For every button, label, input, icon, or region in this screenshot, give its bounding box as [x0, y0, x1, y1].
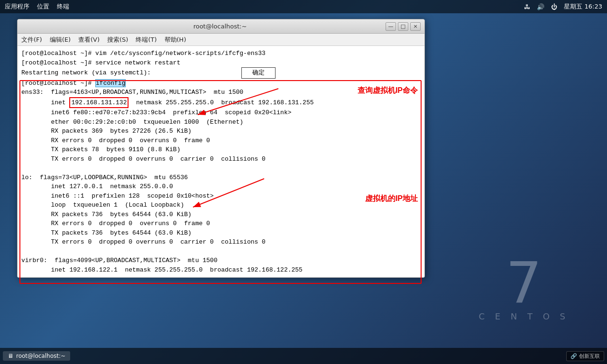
ifconfig-highlight: ifconfig [95, 79, 126, 87]
line-22 [21, 247, 421, 256]
line-13 [21, 164, 421, 173]
network-icon: 🖧 [524, 3, 530, 10]
terminal-titlebar: root@localhost:~ — □ × [18, 19, 424, 34]
line-20: TX packets 736 bytes 64544 (63.0 KiB) [21, 228, 421, 238]
centos-name: C E N T O S [478, 311, 569, 321]
terminal-menubar: 文件(F) 编辑(E) 查看(V) 搜索(S) 终端(T) 帮助(H) [18, 34, 424, 46]
line-17: loop txqueuelen 1 (Local Loopback) [21, 200, 421, 210]
taskbar-position-menu[interactable]: 位置 [37, 2, 49, 11]
taskbar-bottom: 🖥 root@localhost:~ 🔗 创新互联 [0, 348, 607, 364]
line-21: TX errors 0 dropped 0 overruns 0 carrier… [21, 237, 421, 247]
volume-icon: 🔊 [537, 3, 544, 10]
taskbar-terminal-label: root@localhost:~ [16, 353, 65, 359]
line-14: lo: flags=73<UP,LOOPBACK,RUNNING> mtu 65… [21, 173, 421, 182]
menu-help[interactable]: 帮助(H) [165, 36, 186, 44]
line-19: RX errors 0 dropped 0 overruns 0 frame 0 [21, 219, 421, 228]
line-2: [root@localhost ~]# service network rest… [21, 58, 421, 68]
minimize-button[interactable]: — [386, 22, 396, 31]
line-16: inet6 ::1 prefixlen 128 scopeid 0x10<hos… [21, 191, 421, 201]
close-button[interactable]: × [410, 22, 421, 31]
line-4: [root@localhost ~]# ifconfig [21, 79, 421, 88]
line-7: inet6 fe80::ed70:e7c7:b233:9cb4 prefixle… [21, 108, 421, 118]
line-15: inet 127.0.0.1 netmask 255.0.0.0 [21, 182, 421, 191]
terminal-body[interactable]: [root@localhost ~]# vim /etc/sysconfig/n… [18, 46, 424, 277]
taskbar-terminal-item[interactable]: 🖥 root@localhost:~ [3, 351, 70, 361]
power-icon: ⏻ [551, 3, 557, 10]
brand-icon: 🔗 [570, 353, 577, 359]
taskbar-bottom-right: 🔗 创新互联 [566, 351, 604, 361]
terminal-controls: — □ × [386, 22, 421, 31]
maximize-button[interactable]: □ [398, 22, 408, 31]
menu-search[interactable]: 搜索(S) [107, 36, 128, 44]
terminal-window: root@localhost:~ — □ × 文件(F) 编辑(E) 查看(V)… [17, 19, 425, 278]
line-23: virbr0: flags=4099<UP,BROADCAST,MULTICAS… [21, 256, 421, 265]
ip-highlight: 192.168.131.132 [69, 97, 129, 109]
line-12: TX errors 0 dropped 0 overruns 0 carrier… [21, 155, 421, 164]
centos-number: 7 [478, 255, 569, 311]
line-9: RX packets 369 bytes 27226 (26.5 KiB) [21, 127, 421, 136]
taskbar-app-menu[interactable]: 应用程序 [5, 2, 29, 11]
menu-terminal[interactable]: 终端(T) [136, 36, 156, 44]
line-1: [root@localhost ~]# vim /etc/sysconfig/n… [21, 49, 421, 58]
brand-label: 创新互联 [579, 353, 600, 360]
clock: 星期五 16:23 [564, 2, 602, 11]
line-18: RX packets 736 bytes 64544 (63.0 KiB) [21, 210, 421, 219]
taskbar-right-area: 🖧 🔊 ⏻ 星期五 16:23 [524, 2, 602, 11]
line-24: inet 192.168.122.1 netmask 255.255.255.0… [21, 265, 421, 275]
taskbar-top: 应用程序 位置 终端 🖧 🔊 ⏻ 星期五 16:23 [0, 0, 607, 13]
line-3: Restarting network (via systemctl): 确定 [21, 67, 421, 79]
line-11: TX packets 78 bytes 9110 (8.8 KiB) [21, 145, 421, 155]
line-6: inet 192.168.131.132 netmask 255.255.255… [21, 97, 421, 109]
menu-file[interactable]: 文件(F) [21, 36, 42, 44]
line-8: ether 00:0c:29:2e:c0:b0 txqueuelen 1000 … [21, 118, 421, 127]
taskbar-left-menu: 应用程序 位置 终端 [5, 2, 69, 11]
line-5: ens33: flags=4163<UP,BROADCAST,RUNNING,M… [21, 88, 421, 97]
menu-view[interactable]: 查看(V) [78, 36, 100, 44]
centos-watermark: 7 C E N T O S [478, 255, 569, 321]
confirm-box: 确定 [241, 67, 275, 79]
taskbar-terminal-menu[interactable]: 终端 [57, 2, 69, 11]
terminal-title: root@localhost:~ [55, 23, 386, 30]
terminal-icon: 🖥 [8, 353, 13, 359]
brand-badge: 🔗 创新互联 [566, 351, 604, 361]
menu-edit[interactable]: 编辑(E) [50, 36, 71, 44]
line-10: RX errors 0 dropped 0 overruns 0 frame 0 [21, 136, 421, 146]
